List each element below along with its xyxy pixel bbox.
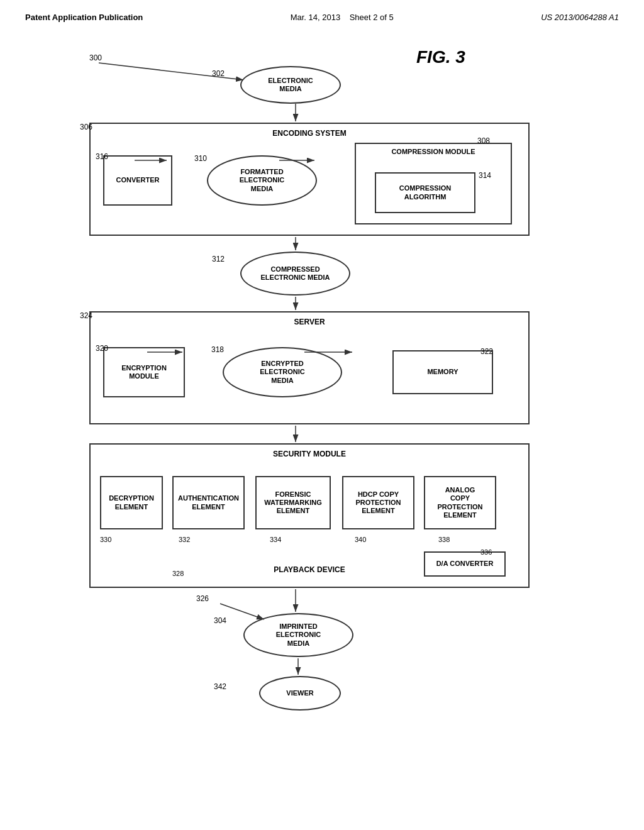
formatted-em-ellipse: FORMATTEDELECTRONICMEDIA — [207, 155, 317, 206]
server-box: SERVER ENCRYPTIONMODULE 320 ENCRYPTEDELE… — [89, 311, 530, 424]
da-converter-rect: D/A CONVERTER — [424, 551, 506, 577]
analog-copy-rect: ANALOGCOPYPROTECTIONELEMENT — [424, 476, 496, 529]
ref-306: 306 — [80, 123, 92, 131]
ref-302: 302 — [212, 69, 225, 78]
ref-340: 340 — [355, 536, 366, 543]
ref-312: 312 — [212, 255, 225, 263]
ref-330: 330 — [100, 536, 111, 543]
ref-310: 310 — [194, 154, 207, 163]
ref-332: 332 — [179, 536, 190, 543]
server-label: SERVER — [294, 318, 325, 326]
header-right: US 2013/0064288 A1 — [541, 13, 619, 22]
ref-336: 336 — [480, 548, 492, 556]
encrypted-em-ellipse: ENCRYPTEDELECTRONICMEDIA — [223, 347, 342, 397]
header-center: Mar. 14, 2013 Sheet 2 of 5 — [291, 13, 394, 22]
ref-304: 304 — [214, 616, 226, 625]
encoding-system-label: ENCODING SYSTEM — [272, 129, 346, 138]
ref-338: 338 — [438, 536, 450, 543]
header-left: Patent Application Publication — [25, 13, 143, 22]
encoding-system-box: ENCODING SYSTEM CONVERTER 316 FORMATTEDE… — [89, 123, 530, 236]
compression-algorithm-rect: COMPRESSIONALGORITHM — [375, 172, 475, 213]
compression-module-box: COMPRESSION MODULE COMPRESSIONALGORITHM … — [355, 143, 512, 224]
ref-320: 320 — [96, 344, 108, 353]
electronic-media-ellipse: ELECTRONICMEDIA — [240, 66, 341, 104]
imprinted-em-ellipse: IMPRINTEDELECTRONICMEDIA — [243, 613, 353, 657]
viewer-ellipse: VIEWER — [259, 676, 341, 711]
converter-rect: CONVERTER — [103, 155, 172, 206]
authentication-element-rect: AUTHENTICATIONELEMENT — [172, 476, 245, 529]
svg-line-11 — [220, 604, 264, 619]
ref-328: 328 — [172, 570, 184, 577]
page: Patent Application Publication Mar. 14, … — [0, 0, 644, 830]
header: Patent Application Publication Mar. 14, … — [25, 13, 619, 22]
ref-342: 342 — [214, 682, 226, 691]
hdcp-copy-rect: HDCP COPYPROTECTIONELEMENT — [342, 476, 414, 529]
security-module-box: SECURITY MODULE DECRYPTIONELEMENT 330 AU… — [89, 443, 530, 588]
ref-316: 316 — [96, 152, 108, 161]
diagram: FIG. 3 300 ELECTRONICMEDIA 302 ENCODING … — [52, 41, 592, 783]
decryption-element-rect: DECRYPTIONELEMENT — [100, 476, 163, 529]
playback-device-label: PLAYBACK DEVICE — [274, 565, 345, 574]
forensic-watermarking-rect: FORENSICWATERMARKINGELEMENT — [255, 476, 331, 529]
encryption-module-rect: ENCRYPTIONMODULE — [103, 347, 185, 397]
ref-326: 326 — [196, 594, 209, 603]
ref-314: 314 — [479, 171, 491, 180]
ref-308: 308 — [477, 136, 490, 145]
ref-300: 300 — [89, 53, 102, 62]
ref-322: 322 — [480, 347, 493, 356]
ref-318: 318 — [211, 345, 224, 354]
memory-rect: MEMORY — [392, 350, 493, 394]
ref-324: 324 — [80, 311, 92, 320]
compressed-em-ellipse: COMPRESSEDELECTRONIC MEDIA — [240, 252, 350, 296]
fig-label: FIG. 3 — [416, 47, 465, 67]
ref-334: 334 — [270, 536, 281, 543]
security-module-label: SECURITY MODULE — [273, 450, 346, 458]
compression-module-label: COMPRESSION MODULE — [391, 148, 475, 155]
